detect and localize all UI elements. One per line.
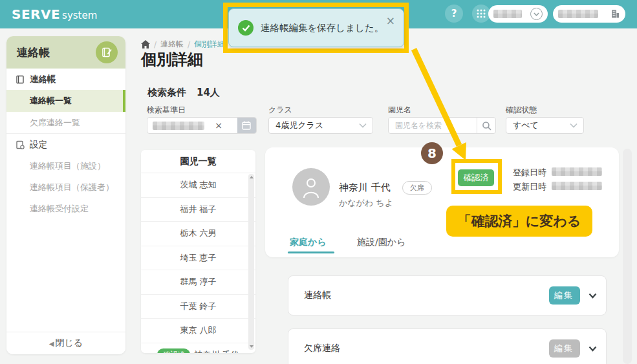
- chevron-down-icon: [530, 8, 543, 20]
- student-list-item[interactable]: 福井 福子: [141, 198, 255, 222]
- sidebar-item-label: 連絡帳一覧: [30, 95, 72, 107]
- student-kana: かながわ ちよ: [339, 197, 393, 209]
- student-list-item[interactable]: 東京 八郎: [141, 319, 255, 343]
- tab-from-facility[interactable]: 施設/園から: [357, 237, 405, 248]
- student-list-item[interactable]: 千葉 鈴子: [141, 295, 255, 319]
- toast-close-button[interactable]: ×: [386, 14, 395, 27]
- student-list-item[interactable]: 茨城 志知: [141, 173, 255, 198]
- sidebar-item-reception-settings[interactable]: 連絡帳受付設定: [6, 198, 125, 219]
- child-name-search-field[interactable]: [388, 117, 496, 134]
- help-button[interactable]: ?: [445, 5, 463, 23]
- student-name: 栃木 六男: [180, 228, 216, 239]
- sidebar-section-label: 連絡帳: [30, 74, 56, 85]
- updated-at-label: 更新日時: [513, 181, 546, 193]
- search-conditions-label: 検索条件: [147, 87, 186, 99]
- student-name: 茨城 志知: [180, 179, 216, 191]
- list-scrollbar[interactable]: [248, 174, 254, 350]
- sidebar-item-renrakucho-list[interactable]: 連絡帳一覧: [6, 90, 125, 112]
- close-label: 閉じる: [56, 337, 83, 349]
- redacted-registered-value: [552, 167, 602, 176]
- renrakucho-section-card: 連絡帳 編集: [288, 275, 607, 316]
- annotation-callout: 「確認済」に変わる: [446, 206, 592, 237]
- breadcrumb-separator: /: [188, 40, 190, 49]
- student-name: 神奈川 千代: [194, 349, 239, 353]
- book-icon: [16, 75, 25, 84]
- breadcrumb-separator: /: [154, 40, 157, 49]
- sidebar-title: 連絡帳: [17, 45, 50, 60]
- status-select[interactable]: すべて: [506, 117, 584, 134]
- toast-message: 連絡帳編集を保存しました。: [261, 22, 383, 34]
- child-name-search-input[interactable]: [389, 120, 473, 131]
- search-icon: [482, 121, 491, 131]
- sidebar-item-label: 欠席連絡一覧: [30, 117, 80, 129]
- student-name: 群馬 淳子: [180, 276, 216, 288]
- building-icon: [610, 9, 620, 19]
- home-icon[interactable]: [141, 40, 150, 48]
- sidebar: 連絡帳 連絡帳 連絡帳一覧 欠席連絡一覧: [6, 36, 125, 354]
- collapse-left-icon: ◀: [49, 340, 54, 347]
- student-list-item[interactable]: 群馬 淳子: [141, 270, 255, 295]
- chevron-down-icon: [570, 123, 578, 128]
- sidebar-close-button[interactable]: ◀ 閉じる: [6, 332, 125, 354]
- confirmed-badge: 確認済: [157, 348, 190, 353]
- calendar-button[interactable]: [237, 118, 256, 133]
- annotation-confirm-highlight-box: [451, 159, 502, 194]
- section-title: 連絡帳: [304, 290, 331, 301]
- sidebar-section-label: 設定: [30, 139, 47, 151]
- student-detail-panel: 神奈川 千代 欠席 かながわ ちよ 確認済 登録日時 更新日時 家庭から 施設/…: [265, 147, 619, 257]
- result-count: 14人: [197, 87, 220, 99]
- breadcrumb-item[interactable]: 連絡帳: [160, 39, 184, 50]
- facility-selector-pill[interactable]: [553, 5, 625, 23]
- page-scrollbar[interactable]: [623, 149, 632, 364]
- student-list-panel: 園児一覧 茨城 志知 福井 福子 栃木 六男 埼玉 恵子 群馬 淳子 千葉 鈴子…: [141, 150, 255, 353]
- student-name: 千葉 鈴子: [180, 301, 216, 312]
- scroll-up-arrow[interactable]: [250, 176, 254, 178]
- sidebar-item-items-facility[interactable]: 連絡帳項目（施設）: [6, 155, 125, 177]
- tab-from-home[interactable]: 家庭から: [290, 237, 327, 248]
- sidebar-header: 連絡帳: [6, 36, 125, 69]
- apps-grid-button[interactable]: [472, 5, 490, 23]
- settings-icon: [16, 140, 25, 149]
- student-list-item[interactable]: 埼玉 恵子: [141, 246, 255, 271]
- edit-renrakucho-button[interactable]: 編集: [549, 286, 580, 305]
- sidebar-item-label: 連絡帳受付設定: [30, 203, 89, 215]
- annotation-step-number: 8: [421, 142, 443, 164]
- sidebar-item-label: 連絡帳項目（施設）: [30, 160, 105, 172]
- chevron-down-icon: [359, 123, 367, 128]
- redacted-updated-value: [552, 182, 602, 190]
- student-list-item-selected[interactable]: 確認済 神奈川 千代: [141, 343, 255, 354]
- notebook-icon: [96, 41, 118, 63]
- class-select[interactable]: 4歳児クラス: [268, 117, 373, 134]
- student-detail-name: 神奈川 千代: [339, 182, 391, 194]
- search-button[interactable]: [477, 118, 495, 133]
- help-icon: ?: [451, 8, 457, 19]
- expand-section-icon[interactable]: [588, 293, 597, 299]
- clear-date-icon[interactable]: ×: [215, 120, 222, 131]
- scroll-down-arrow[interactable]: [250, 345, 254, 348]
- brand-serve: SERVE: [12, 6, 60, 22]
- edit-absence-button[interactable]: 編集: [549, 339, 580, 358]
- page-title: 個別詳細: [141, 49, 203, 70]
- sidebar-item-absence-list[interactable]: 欠席連絡一覧: [6, 112, 125, 133]
- child-name-filter-label: 園児名: [388, 105, 411, 116]
- calendar-icon: [242, 121, 251, 130]
- brand-system: system: [62, 10, 97, 21]
- class-filter-label: クラス: [268, 105, 292, 116]
- sidebar-section-settings[interactable]: 設定: [6, 133, 125, 155]
- user-menu-pill[interactable]: [488, 5, 548, 23]
- brand-logo: SERVEsystem: [12, 6, 97, 22]
- absence-section-card: 欠席連絡 編集: [288, 328, 607, 364]
- expand-section-icon[interactable]: [588, 346, 597, 352]
- status-filter-label: 確認状態: [506, 105, 537, 116]
- person-icon: [301, 176, 321, 198]
- sidebar-item-items-guardian[interactable]: 連絡帳項目（保護者）: [6, 177, 125, 198]
- absence-badge: 欠席: [402, 181, 432, 195]
- student-name: 東京 八郎: [180, 325, 216, 336]
- student-list-item[interactable]: 栃木 六男: [141, 222, 255, 246]
- date-filter-label: 検索基準日: [147, 105, 186, 116]
- sidebar-section-renrakucho[interactable]: 連絡帳: [6, 69, 125, 90]
- student-name: 福井 福子: [180, 204, 216, 215]
- grid-icon: [477, 9, 486, 18]
- date-filter-field[interactable]: ×: [147, 117, 257, 134]
- section-title: 欠席連絡: [304, 343, 340, 354]
